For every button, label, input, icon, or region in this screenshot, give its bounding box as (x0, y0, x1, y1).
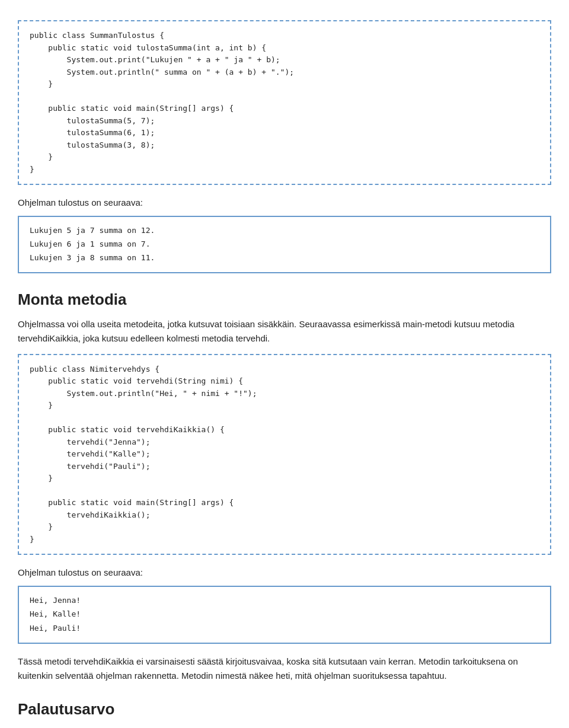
para2: Tässä metodi tervehdiKaikkia ei varsinai… (18, 654, 551, 683)
section2-para1: Ohjelmassa voi olla useita metodeita, jo… (18, 317, 551, 346)
output-block-2: Hei, Jenna! Hei, Kalle! Hei, Pauli! (18, 586, 551, 643)
code-block-2: public class Nimitervehdys { public stat… (18, 354, 551, 555)
output-label-2: Ohjelman tulostus on seuraava: (18, 566, 551, 580)
output-label-1: Ohjelman tulostus on seuraava: (18, 196, 551, 210)
section-heading-monta-metodia: Monta metodia (18, 288, 551, 312)
output-block-1: Lukujen 5 ja 7 summa on 12. Lukujen 6 ja… (18, 216, 551, 273)
section-heading-palautusarvo: Palautusarvo (18, 697, 551, 722)
code-block-1: public class SummanTulostus { public sta… (18, 20, 551, 185)
